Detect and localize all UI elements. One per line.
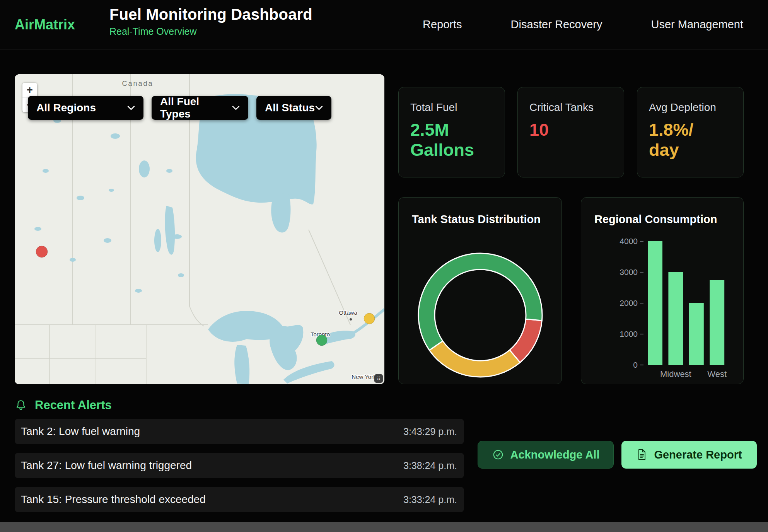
fuel-type-filter-label: All Fuel Types xyxy=(160,95,232,120)
page-subtitle: Real-Time Overview xyxy=(109,26,312,37)
stat-value: 10 xyxy=(529,120,612,140)
zoom-in-button[interactable]: + xyxy=(22,83,37,97)
stat-value-line1: 10 xyxy=(529,120,612,140)
consumption-bar xyxy=(710,280,724,365)
region-filter[interactable]: All Regions xyxy=(28,96,143,120)
generate-report-label: Generate Report xyxy=(654,448,742,461)
alert-time: 3:43:29 p.m. xyxy=(403,426,457,437)
y-tick-label: 2000 xyxy=(620,298,638,307)
city-label-ottawa: Ottawa xyxy=(339,309,357,316)
chevron-down-icon xyxy=(315,106,323,110)
stat-card-critical-tanks: Critical Tanks 10 xyxy=(517,87,624,177)
donut-segment-warning xyxy=(429,341,520,377)
stat-label: Avg Depletion xyxy=(649,101,732,114)
stat-label: Total Fuel xyxy=(410,101,493,114)
regional-consumption-panel: Regional Consumption 01000200030004000Mi… xyxy=(581,197,744,384)
alerts-header: Recent Alerts xyxy=(15,398,112,412)
region-filter-label: All Regions xyxy=(36,102,96,114)
map-canvas: Canada Ottawa Toronto New York xyxy=(15,74,384,384)
y-tick-label: 4000 xyxy=(620,237,638,246)
nav-disaster-recovery[interactable]: Disaster Recovery xyxy=(511,18,602,31)
fuel-dashboard: AirMatrix Fuel Monitoring Dashboard Real… xyxy=(0,0,768,532)
alert-row: Tank 15: Pressure threshold exceeded 3:3… xyxy=(15,487,464,512)
acknowledge-all-label: Acknowledge All xyxy=(510,448,600,461)
resize-handle-icon[interactable]: ⠿ xyxy=(374,374,383,383)
stat-value: 1.8%/ day xyxy=(649,120,732,160)
panel-title: Tank Status Distribution xyxy=(412,213,541,226)
map-panel[interactable]: Canada Ottawa Toronto New York + − All R… xyxy=(15,74,384,384)
stat-label: Critical Tanks xyxy=(529,101,612,114)
city-dot-ottawa xyxy=(350,318,352,321)
y-tick-label: 0 xyxy=(633,360,638,369)
nav-reports[interactable]: Reports xyxy=(423,18,462,31)
alert-message: Tank 2: Low fuel warning xyxy=(21,425,140,438)
alert-message: Tank 27: Low fuel warning triggered xyxy=(21,459,192,472)
country-label: Canada xyxy=(122,80,153,87)
status-filter[interactable]: All Status xyxy=(256,96,331,120)
main-nav: Reports Disaster Recovery User Managemen… xyxy=(423,0,743,49)
fuel-type-filter[interactable]: All Fuel Types xyxy=(152,96,248,120)
stat-card-total-fuel: Total Fuel 2.5M Gallons xyxy=(398,87,505,177)
document-icon xyxy=(636,448,648,461)
bell-icon xyxy=(15,399,27,411)
alert-message: Tank 15: Pressure threshold exceeded xyxy=(21,493,206,506)
x-tick-label: Midwest xyxy=(660,369,691,379)
stat-value-line1: 1.8%/ xyxy=(649,120,732,140)
stat-value-line2: day xyxy=(649,140,732,160)
acknowledge-all-button[interactable]: Acknowledge All xyxy=(478,441,614,469)
check-circle-icon xyxy=(492,448,504,461)
consumption-bar xyxy=(689,303,704,365)
stat-card-avg-depletion: Avg Depletion 1.8%/ day xyxy=(637,87,744,177)
nav-user-management[interactable]: User Management xyxy=(651,18,743,31)
page-title: Fuel Monitoring Dashboard xyxy=(109,6,312,23)
x-tick-label: West xyxy=(707,369,727,379)
alert-row: Tank 2: Low fuel warning 3:43:29 p.m. xyxy=(15,419,464,444)
window-bottom-bar xyxy=(0,522,768,532)
map-filters: All Regions All Fuel Types All Status xyxy=(28,96,331,120)
panel-title: Regional Consumption xyxy=(594,213,717,226)
normal-tank-marker[interactable] xyxy=(316,335,327,346)
alerts-title: Recent Alerts xyxy=(35,398,112,412)
stat-value-line1: 2.5M xyxy=(410,120,493,140)
tank-status-panel: Tank Status Distribution xyxy=(398,197,562,384)
warning-tank-marker[interactable] xyxy=(364,313,375,324)
y-tick-label: 1000 xyxy=(620,329,638,338)
stat-value: 2.5M Gallons xyxy=(410,120,493,160)
chevron-down-icon xyxy=(232,106,240,110)
generate-report-button[interactable]: Generate Report xyxy=(621,441,757,469)
consumption-bar xyxy=(668,272,683,365)
consumption-bar xyxy=(648,241,662,365)
alert-time: 3:38:24 p.m. xyxy=(403,460,457,471)
status-filter-label: All Status xyxy=(265,102,315,114)
alert-time: 3:33:24 p.m. xyxy=(403,494,457,505)
app-header: AirMatrix Fuel Monitoring Dashboard Real… xyxy=(0,0,768,49)
chevron-down-icon xyxy=(127,106,135,110)
city-label-new-york: New York xyxy=(352,373,376,380)
title-block: Fuel Monitoring Dashboard Real-Time Over… xyxy=(109,6,312,37)
stat-value-line2: Gallons xyxy=(410,140,493,160)
critical-tank-marker[interactable] xyxy=(36,246,48,257)
y-tick-label: 3000 xyxy=(620,268,638,276)
brand-logo[interactable]: AirMatrix xyxy=(15,17,75,33)
alert-row: Tank 27: Low fuel warning triggered 3:38… xyxy=(15,453,464,478)
